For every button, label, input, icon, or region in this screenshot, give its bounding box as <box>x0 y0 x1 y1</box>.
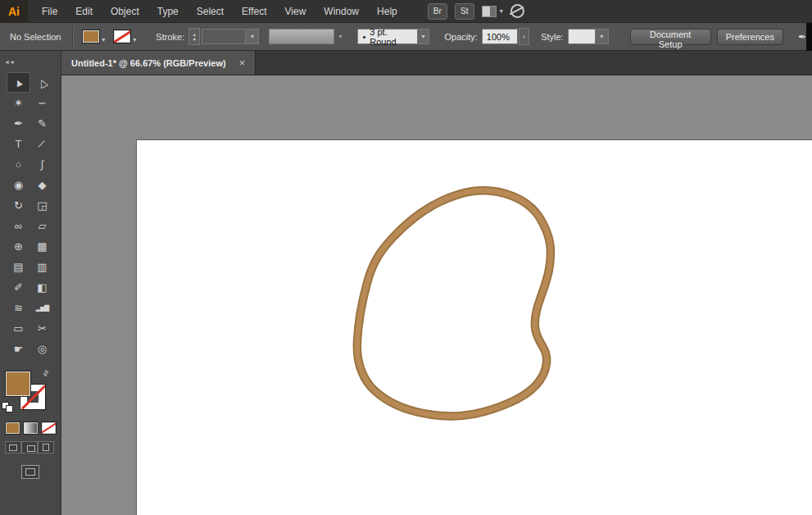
style-value <box>568 29 595 44</box>
type-tool[interactable]: T <box>7 134 30 154</box>
swap-fill-stroke-icon[interactable]: ⇄ <box>41 368 51 378</box>
bullet-icon: • <box>362 32 365 42</box>
pencil-tool[interactable]: ✎ <box>30 113 54 134</box>
pen-tool[interactable]: ✒ <box>7 113 30 134</box>
style-label[interactable]: Style: <box>541 32 564 42</box>
scale-tool[interactable]: ◲ <box>30 195 54 216</box>
brush-definition-combo[interactable]: ▾ <box>269 29 346 44</box>
stroke-profile-value: • 3 pt. Round <box>357 29 416 44</box>
preferences-button[interactable]: Preferences <box>717 29 783 45</box>
hand-tool[interactable]: ☛ <box>7 339 30 359</box>
chevron-down-icon: ▾ <box>417 29 430 44</box>
divider <box>72 28 74 46</box>
width-tool[interactable]: ∞ <box>7 216 30 236</box>
collapse-arrows-icon: ◄◄ <box>4 59 14 65</box>
menu-file[interactable]: File <box>33 0 66 23</box>
artboard[interactable] <box>137 140 812 515</box>
gradient-tool[interactable]: ▥ <box>30 257 54 277</box>
tool-grid: ▲ △ ✶ ∽ ✒ ✎ T ∕ ○ ∫ ◉ ◆ ↻ ◲ ∞ ▱ ⊕ ▦ ▤ ▥ … <box>0 72 61 359</box>
style-panel-button[interactable]: St <box>455 3 474 20</box>
rubber-band-outline <box>357 190 551 416</box>
illustrator-window: Ai File Edit Object Type Select Effect V… <box>0 0 812 515</box>
stroke-none-swatch <box>113 30 131 43</box>
canvas-area[interactable] <box>61 75 812 515</box>
stroke-weight-stepper[interactable]: ▴ ▾ <box>188 28 200 45</box>
default-fill-stroke-icon[interactable] <box>2 402 13 412</box>
free-transform-tool[interactable]: ▱ <box>30 216 54 236</box>
none-button[interactable] <box>41 422 57 435</box>
document-setup-button[interactable]: Document Setup <box>630 29 711 45</box>
opacity-panel-chevron[interactable]: › <box>519 28 529 45</box>
lasso-tool[interactable]: ∽ <box>30 93 54 113</box>
artboard-tool[interactable]: ▭ <box>7 318 30 339</box>
eraser-tool[interactable]: ◆ <box>30 175 54 195</box>
draw-inside-mode-button[interactable] <box>38 441 54 453</box>
symbol-sprayer-tool[interactable]: ≋ <box>7 298 30 318</box>
color-button[interactable] <box>5 422 20 435</box>
line-segment-tool[interactable]: ∕ <box>30 134 54 154</box>
chevron-down-icon: ▾ <box>102 36 105 43</box>
direct-selection-tool[interactable]: △ <box>30 72 54 93</box>
rubber-band-inner <box>357 190 551 416</box>
magic-wand-tool[interactable]: ✶ <box>7 93 30 113</box>
rubber-band-shape[interactable] <box>137 140 812 515</box>
tab-close-icon[interactable]: × <box>239 57 246 69</box>
chevron-down-icon: ▾ <box>500 7 503 15</box>
menu-help[interactable]: Help <box>368 0 406 23</box>
column-graph-tool[interactable]: ▂▅▇ <box>30 298 54 318</box>
shape-builder-tool[interactable]: ⊕ <box>7 236 30 257</box>
chevron-down-icon: ▾ <box>133 36 136 43</box>
perspective-grid-tool[interactable]: ▦ <box>30 236 54 257</box>
opacity-label[interactable]: Opacity: <box>444 32 477 42</box>
menubar-right-group: Br St ▾ <box>428 3 524 20</box>
app-logo[interactable]: Ai <box>0 0 28 23</box>
panel-collapse-control[interactable]: ◄◄ <box>0 51 61 72</box>
opacity-field[interactable]: 100% <box>482 29 518 44</box>
fill-color-control[interactable]: ▾ <box>82 30 105 43</box>
eyedropper-tool[interactable]: ✐ <box>7 277 30 298</box>
blend-tool[interactable]: ◧ <box>30 277 54 298</box>
style-combo[interactable]: ▾ <box>568 29 609 44</box>
menu-type[interactable]: Type <box>148 0 188 23</box>
stroke-color-control[interactable]: ▾ <box>113 30 136 43</box>
menu-edit[interactable]: Edit <box>66 0 102 23</box>
screen-mode-icon <box>25 468 35 476</box>
menu-window[interactable]: Window <box>315 0 368 23</box>
menu-view[interactable]: View <box>276 0 315 23</box>
stroke-profile-combo[interactable]: • 3 pt. Round ▾ <box>357 29 429 44</box>
menu-effect[interactable]: Effect <box>233 0 275 23</box>
menu-select[interactable]: Select <box>188 0 233 23</box>
selection-status: No Selection <box>10 32 61 42</box>
stroke-profile-text: 3 pt. Round <box>370 27 412 47</box>
selection-tool[interactable]: ▲ <box>7 72 30 93</box>
menu-object[interactable]: Object <box>102 0 148 23</box>
slice-tool[interactable]: ✂ <box>30 318 54 339</box>
screen-mode-button[interactable] <box>21 465 39 479</box>
gradient-button[interactable] <box>23 422 39 435</box>
stroke-weight-combo[interactable]: ▾ <box>202 29 259 44</box>
chevron-down-icon: ▾ <box>334 29 346 44</box>
draw-normal-mode-button[interactable] <box>5 441 21 453</box>
paintbrush-tool[interactable]: ∫ <box>30 154 54 175</box>
draw-behind-mode-button[interactable] <box>21 441 38 453</box>
workspace-switcher[interactable]: ▾ <box>482 6 503 17</box>
bridge-button[interactable]: Br <box>428 3 447 20</box>
menu-bar: Ai File Edit Object Type Select Effect V… <box>0 0 812 23</box>
document-tab[interactable]: Untitled-1* @ 66.67% (RGB/Preview) × <box>61 51 256 75</box>
fill-indicator[interactable] <box>5 371 31 397</box>
cs-live-icon[interactable] <box>510 4 524 18</box>
brush-preview <box>269 29 334 44</box>
blob-brush-tool[interactable]: ◉ <box>7 175 30 195</box>
document-tab-title: Untitled-1* @ 66.67% (RGB/Preview) <box>71 58 226 68</box>
mesh-tool[interactable]: ▤ <box>7 257 30 277</box>
zoom-tool[interactable]: ◎ <box>30 339 54 359</box>
paint-mode-row <box>5 422 61 435</box>
tools-panel: ◄◄ ▲ △ ✶ ∽ ✒ ✎ T ∕ ○ ∫ ◉ ◆ ↻ ◲ ∞ ▱ ⊕ ▦ ▤… <box>0 51 61 515</box>
rotate-tool[interactable]: ↻ <box>7 195 30 216</box>
drawing-modes <box>5 441 61 453</box>
ellipse-tool[interactable]: ○ <box>7 154 30 175</box>
stroke-label[interactable]: Stroke: <box>156 32 184 42</box>
chevron-down-icon: ▾ <box>595 29 609 44</box>
control-bar: No Selection ▾ ▾ Stroke: ▴ ▾ ▾ ▾ • 3 pt.… <box>0 23 812 51</box>
fill-stroke-indicator: ⇄ <box>0 369 61 418</box>
